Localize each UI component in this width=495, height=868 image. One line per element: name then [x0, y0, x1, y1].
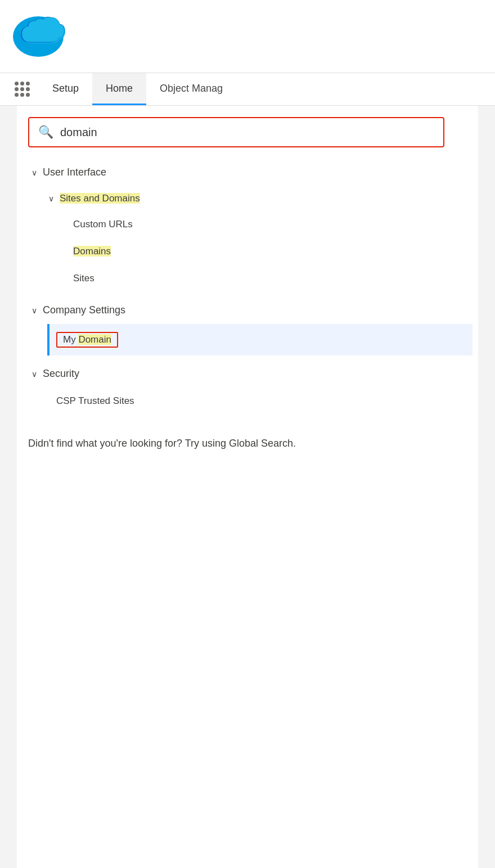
tab-object-manager[interactable]: Object Manag [146, 73, 236, 105]
tree-group-user-interface-header[interactable]: ∨ User Interface [22, 159, 472, 186]
app-launcher-button[interactable] [6, 73, 39, 105]
tree-nav: ∨ User Interface ∨ Sites and Domains Cus… [17, 159, 478, 415]
highlight-my-domain: Domain [78, 334, 111, 345]
tree-item-domains[interactable]: Domains [64, 238, 472, 265]
search-container: 🔍 domain [17, 106, 478, 159]
tree-item-csp-trusted-sites[interactable]: CSP Trusted Sites [47, 388, 472, 415]
company-settings-label: Company Settings [43, 304, 125, 316]
salesforce-logo [11, 11, 79, 62]
subgroup-sites-domains: ∨ Sites and Domains Custom URLs Domains … [22, 186, 472, 292]
company-settings-items: My Domain [22, 324, 472, 356]
sites-domains-items: Custom URLs Domains Sites [39, 211, 472, 292]
navbar: Setup Home Object Manag [0, 73, 495, 106]
highlight-sites-domains: Sites and Domains [60, 193, 140, 204]
tree-item-custom-urls[interactable]: Custom URLs [64, 211, 472, 238]
search-icon: 🔍 [38, 125, 53, 140]
user-interface-label: User Interface [43, 167, 106, 178]
search-box[interactable]: 🔍 domain [28, 117, 444, 147]
chevron-down-icon-2: ∨ [48, 194, 54, 203]
footer-text: Didn't find what you're looking for? Try… [17, 419, 354, 468]
tree-group-security: ∨ Security CSP Trusted Sites [22, 360, 472, 415]
subgroup-sites-domains-header[interactable]: ∨ Sites and Domains [39, 186, 472, 211]
sites-domains-label: Sites and Domains [60, 193, 140, 204]
tree-group-company-settings-header[interactable]: ∨ Company Settings [22, 296, 472, 324]
setup-nav-label: Setup [39, 73, 92, 105]
highlight-domains: Domains [73, 246, 111, 257]
chevron-down-icon-4: ∨ [32, 370, 37, 379]
chevron-down-icon-3: ∨ [32, 306, 37, 315]
tree-item-sites[interactable]: Sites [64, 265, 472, 292]
my-domain-active-box: My Domain [56, 332, 118, 348]
security-items: CSP Trusted Sites [22, 388, 472, 415]
security-label: Security [43, 368, 79, 380]
app-launcher-icon [15, 82, 30, 97]
header [0, 0, 495, 73]
tree-group-user-interface: ∨ User Interface ∨ Sites and Domains Cus… [22, 159, 472, 292]
tree-item-my-domain[interactable]: My Domain [47, 324, 472, 356]
tab-home[interactable]: Home [92, 73, 146, 105]
tree-group-security-header[interactable]: ∨ Security [22, 360, 472, 388]
chevron-down-icon: ∨ [32, 168, 37, 177]
search-input[interactable]: domain [60, 126, 434, 139]
tree-group-company-settings: ∨ Company Settings My Domain [22, 296, 472, 356]
sidebar: 🔍 domain ∨ User Interface ∨ Sites and Do… [17, 106, 478, 868]
